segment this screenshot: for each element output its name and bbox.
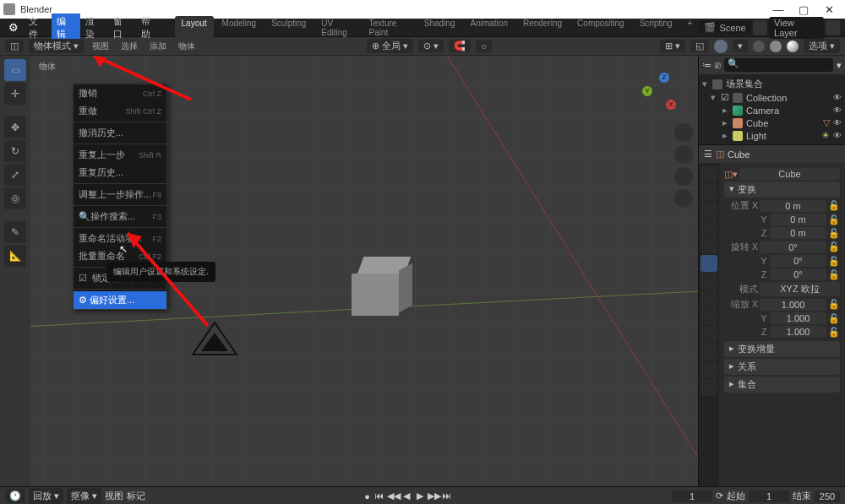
playback-popover[interactable]: 回放 ▾: [29, 488, 63, 504]
play-reverse-button[interactable]: ◀: [401, 490, 412, 501]
gizmo-y-axis[interactable]: Y: [642, 86, 652, 96]
tab-shading[interactable]: Shading: [417, 16, 462, 40]
shading-solid-button[interactable]: [770, 41, 782, 52]
location-x-input[interactable]: 0 m: [760, 200, 826, 212]
tool-transform[interactable]: ◎: [4, 187, 26, 209]
tab-add-workspace[interactable]: +: [681, 16, 700, 40]
tab-animation[interactable]: Animation: [463, 16, 514, 40]
timeline-marker[interactable]: 标记: [127, 490, 145, 502]
header-add[interactable]: 添加: [146, 40, 170, 53]
pivot-select[interactable]: ⊙ ▾: [418, 40, 444, 52]
keyframe-prev-button[interactable]: ◀◀: [387, 490, 399, 501]
menu-file[interactable]: 文件: [24, 14, 52, 42]
properties-editor-icon[interactable]: ☰: [704, 149, 712, 160]
lock-icon[interactable]: 🔓: [828, 269, 840, 280]
tab-rendering[interactable]: Rendering: [516, 16, 569, 40]
gizmo-z-axis[interactable]: Z: [659, 73, 669, 83]
menu-adjust-last[interactable]: 调整上一步操作...F9: [74, 186, 166, 203]
auto-key-toggle[interactable]: ●: [364, 491, 370, 501]
shading-rendered-button[interactable]: [787, 41, 799, 52]
tab-layout[interactable]: Layout: [175, 16, 214, 40]
proportional-toggle[interactable]: ○: [476, 41, 492, 52]
3d-viewport[interactable]: 物体 Z Y X 撤销Ctrl Z 重做Shift Ctrl Z 撤消历史...…: [30, 56, 698, 486]
proptab-material[interactable]: [701, 361, 717, 378]
mode-select[interactable]: 物体模式 ▾: [29, 39, 84, 53]
lock-icon[interactable]: 🔓: [828, 256, 840, 267]
tool-cursor[interactable]: ✛: [4, 83, 26, 105]
lock-icon[interactable]: 🔓: [828, 327, 840, 338]
shading-wireframe-button[interactable]: [753, 41, 765, 52]
outliner-item-camera[interactable]: ▸Camera👁: [699, 104, 845, 117]
tool-select-box[interactable]: ▭: [4, 59, 26, 81]
timeline-editor-icon[interactable]: 🕐: [5, 489, 25, 503]
location-z-input[interactable]: 0 m: [770, 227, 826, 239]
rotation-y-input[interactable]: 0°: [770, 255, 826, 267]
proptab-particles[interactable]: [701, 290, 717, 307]
tab-modeling[interactable]: Modeling: [215, 16, 264, 40]
default-cube[interactable]: [352, 267, 399, 314]
section-relations[interactable]: ▸ 关系: [724, 359, 840, 375]
lock-icon[interactable]: 🔓: [828, 200, 840, 211]
lock-icon[interactable]: 🔓: [828, 228, 840, 239]
visibility-icon[interactable]: 👁: [833, 106, 842, 115]
proptab-render[interactable]: [701, 166, 717, 183]
tool-move[interactable]: ✥: [4, 117, 26, 138]
tab-texturepaint[interactable]: Texture Paint: [363, 16, 416, 40]
proptab-viewlayer[interactable]: [701, 202, 717, 219]
shading-popover[interactable]: ▾: [733, 40, 748, 52]
proptab-world[interactable]: [701, 237, 717, 254]
viewlayer-new-button[interactable]: [826, 20, 840, 35]
visibility-icon[interactable]: 👁: [833, 93, 842, 102]
snap-toggle[interactable]: 🧲: [449, 40, 471, 52]
keying-popover[interactable]: 抠像 ▾: [67, 488, 101, 504]
end-frame-input[interactable]: 250: [815, 490, 840, 502]
gizmo-x-axis[interactable]: X: [666, 100, 676, 110]
menu-render[interactable]: 渲染: [80, 14, 108, 42]
window-close-button[interactable]: ✕: [816, 3, 842, 16]
pan-button[interactable]: [674, 145, 693, 164]
viewlayer-selector[interactable]: View Layer: [769, 17, 824, 39]
menu-window[interactable]: 窗口: [108, 14, 136, 42]
tab-compositing[interactable]: Compositing: [570, 16, 631, 40]
timeline-view[interactable]: 视图: [105, 490, 123, 502]
proptab-physics[interactable]: [701, 308, 717, 325]
outliner-scene-collection[interactable]: ▾场景集合: [699, 77, 845, 91]
window-maximize-button[interactable]: ▢: [791, 3, 816, 16]
header-view[interactable]: 视图: [89, 40, 112, 53]
section-collections[interactable]: ▸ 集合: [724, 377, 840, 393]
header-select[interactable]: 选择: [117, 40, 141, 53]
filter-button[interactable]: ▾: [837, 60, 842, 71]
filter-icon[interactable]: ⎚: [715, 60, 721, 70]
perspective-toggle-button[interactable]: [674, 189, 693, 208]
tab-uvediting[interactable]: UV Editing: [314, 16, 360, 40]
lock-icon[interactable]: 🔓: [828, 241, 840, 252]
outliner-editor-icon[interactable]: ≔: [702, 60, 711, 71]
start-frame-input[interactable]: 1: [749, 490, 789, 502]
camera-view-button[interactable]: [674, 167, 693, 186]
section-delta[interactable]: ▸ 变换增量: [724, 341, 840, 357]
rotation-mode-select[interactable]: XYZ 欧拉: [760, 282, 840, 296]
jump-end-button[interactable]: ⏭: [441, 490, 453, 501]
window-minimize-button[interactable]: —: [766, 3, 791, 16]
object-name-field[interactable]: Cube: [739, 168, 840, 180]
jump-start-button[interactable]: ⏮: [373, 490, 385, 501]
lock-icon[interactable]: 🔓: [828, 299, 840, 310]
menu-edit[interactable]: 编辑: [52, 14, 79, 42]
proptab-constraints[interactable]: [701, 326, 717, 343]
zoom-button[interactable]: [674, 123, 693, 142]
lock-icon[interactable]: 🔓: [828, 214, 840, 225]
scale-x-input[interactable]: 1.000: [760, 299, 826, 311]
menu-operator-search[interactable]: 🔍 操作搜索...F3: [74, 208, 166, 225]
lock-icon[interactable]: 🔓: [828, 313, 840, 324]
tab-sculpting[interactable]: Sculpting: [264, 16, 313, 40]
outliner-item-light[interactable]: ▸Light☀👁: [699, 129, 845, 142]
header-object[interactable]: 物体: [175, 40, 199, 53]
proptab-scene[interactable]: [701, 219, 717, 236]
scale-z-input[interactable]: 1.000: [770, 326, 826, 338]
proptab-texture[interactable]: [701, 379, 717, 396]
tool-annotate[interactable]: ✎: [4, 221, 26, 243]
tool-scale[interactable]: ⤢: [4, 164, 26, 186]
section-transform[interactable]: ▾ 变换: [724, 182, 840, 198]
menu-help[interactable]: 帮助: [136, 14, 164, 42]
scene-new-button[interactable]: [753, 20, 767, 35]
